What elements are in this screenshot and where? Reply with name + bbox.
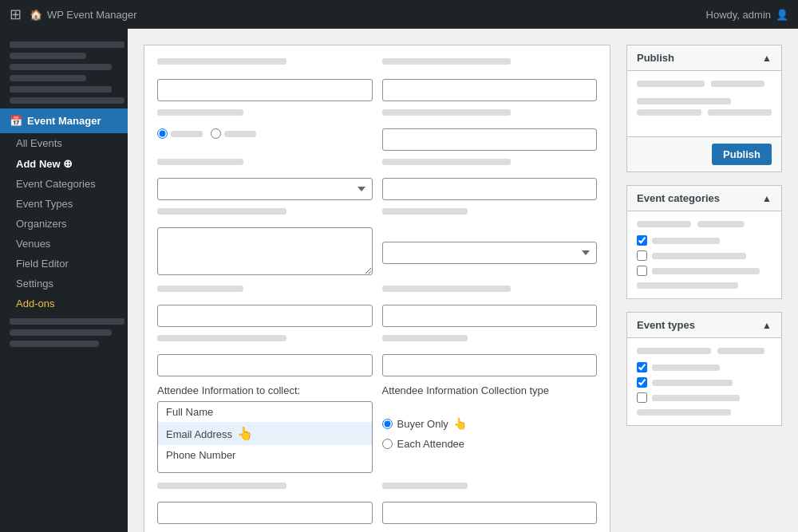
- category-checkbox-2[interactable]: [637, 250, 647, 261]
- wp-logo-icon[interactable]: ⊞: [10, 6, 22, 23]
- publish-panel-header[interactable]: Publish ▲: [627, 45, 781, 71]
- category-checkbox-3[interactable]: [637, 266, 647, 276]
- event-categories-header[interactable]: Event categories ▲: [627, 186, 781, 211]
- radio-option2[interactable]: [211, 128, 256, 139]
- radio-input-2[interactable]: [211, 128, 221, 139]
- publish-chevron-icon: ▲: [762, 53, 772, 64]
- collection-buyer-only[interactable]: Buyer Only 👆: [382, 417, 598, 430]
- sidebar-skeleton-2: [10, 53, 86, 59]
- types-bottom-skeleton: [637, 409, 731, 416]
- publish-skeleton: [708, 109, 772, 116]
- app-layout: 📅 Event Manager All Events Add New ⊕ Eve…: [0, 29, 798, 532]
- type-checkbox-1[interactable]: [637, 362, 647, 372]
- form-select-2[interactable]: [382, 242, 598, 264]
- type-item-3: [637, 392, 772, 403]
- form-input-1[interactable]: [157, 79, 373, 101]
- collection-radio-buyer[interactable]: [382, 419, 393, 429]
- sidebar-skeleton-1: [10, 41, 124, 48]
- add-new-icon: ⊕: [63, 157, 73, 170]
- publish-button[interactable]: Publish: [712, 144, 772, 165]
- event-manager-section[interactable]: 📅 Event Manager: [0, 108, 128, 133]
- editor-main: Attendee Information to collect: Full Na…: [144, 45, 610, 532]
- main-content: Attendee Information to collect: Full Na…: [128, 29, 798, 532]
- publish-skeleton-row-1: [637, 81, 772, 92]
- skeleton-row-3: [157, 159, 597, 170]
- form-row-inputs-bottom: [157, 502, 597, 524]
- types-checkbox-group: [637, 362, 772, 403]
- listbox-item-email[interactable]: Email Address 👆: [158, 422, 372, 445]
- event-types-header[interactable]: Event types ▲: [627, 313, 781, 338]
- listbox-item-fullname[interactable]: Full Name: [158, 402, 372, 422]
- form-textarea-1[interactable]: [157, 227, 373, 275]
- radio-input-1[interactable]: [157, 128, 168, 139]
- form-input-7[interactable]: [157, 354, 373, 376]
- form-row-inputs-2: [157, 305, 597, 327]
- category-item-1: [637, 235, 772, 246]
- sidebar-item-organizers[interactable]: Organizers: [0, 214, 128, 234]
- sidebar-item-all-events[interactable]: All Events: [0, 133, 128, 153]
- addon-skeleton-2: [10, 329, 112, 336]
- sidebar-item-add-ons[interactable]: Add-ons: [0, 294, 128, 313]
- skeleton: [157, 109, 243, 116]
- form-row-inputs-1: [157, 79, 597, 101]
- type-skeleton-2: [717, 348, 764, 354]
- collection-type-label: Attendee Information Collection type: [382, 384, 598, 396]
- sidebar-item-add-new[interactable]: Add New ⊕: [0, 153, 128, 174]
- site-name: WP Event Manager: [47, 9, 136, 21]
- listbox-item-phone[interactable]: Phone Number: [158, 445, 372, 465]
- sidebar-item-venues[interactable]: Venues: [0, 234, 128, 254]
- type-label-3: [652, 395, 740, 401]
- sidebar-item-field-editor[interactable]: Field Editor: [0, 254, 128, 274]
- skeleton: [157, 159, 243, 165]
- radio-option1[interactable]: [157, 128, 203, 139]
- form-input-3[interactable]: [382, 128, 598, 151]
- topbar-left: ⊞ 🏠 WP Event Manager: [10, 6, 136, 23]
- category-checkbox-1[interactable]: [637, 235, 647, 246]
- skeleton: [157, 483, 286, 489]
- type-label-1: [652, 365, 720, 371]
- home-icon: 🏠: [30, 9, 42, 21]
- top-skeletons-row1: [157, 58, 597, 69]
- form-input-bottom-2[interactable]: [382, 502, 598, 524]
- skeleton: [382, 159, 512, 165]
- addon-skeleton-3: [10, 341, 99, 347]
- skeleton-row-2: [157, 109, 597, 120]
- site-link[interactable]: 🏠 WP Event Manager: [30, 9, 136, 21]
- skeleton: [157, 286, 243, 292]
- skeleton: [382, 109, 512, 116]
- sidebar-item-event-categories[interactable]: Event Categories: [0, 174, 128, 194]
- type-checkbox-3[interactable]: [637, 392, 647, 403]
- type-checkbox-2[interactable]: [637, 377, 647, 388]
- form-input-bottom-1[interactable]: [157, 502, 373, 524]
- attendee-listbox[interactable]: Full Name Email Address 👆 Phone Number: [157, 401, 373, 473]
- sidebar-item-settings[interactable]: Settings: [0, 274, 128, 294]
- skeleton: [157, 208, 286, 215]
- form-input-6[interactable]: [382, 305, 598, 327]
- form-input-4[interactable]: [382, 178, 598, 200]
- addon-skeleton-1: [10, 318, 124, 325]
- collection-radio-each[interactable]: [382, 439, 393, 449]
- skeleton: [157, 58, 286, 65]
- calendar-icon: 📅: [10, 115, 22, 127]
- event-categories-title: Event categories: [637, 192, 720, 204]
- type-item-1: [637, 362, 772, 372]
- user-avatar-icon: 👤: [776, 9, 788, 21]
- event-types-body: [627, 338, 781, 425]
- skeleton: [382, 286, 512, 292]
- category-label-2: [652, 253, 746, 259]
- form-input-5[interactable]: [157, 305, 373, 327]
- topbar: ⊞ 🏠 WP Event Manager Howdy, admin 👤: [0, 0, 798, 29]
- publish-skeleton-row-2: [637, 109, 772, 120]
- event-types-title: Event types: [637, 319, 695, 331]
- type-skeleton-1: [637, 348, 711, 354]
- form-input-8[interactable]: [382, 354, 598, 376]
- form-input-2[interactable]: [382, 79, 598, 101]
- collection-each-attendee[interactable]: Each Attendee: [382, 438, 598, 450]
- collection-type-options: Buyer Only 👆 Each Attendee: [382, 401, 598, 450]
- form-select-1[interactable]: [157, 178, 373, 200]
- event-categories-chevron-icon: ▲: [762, 193, 772, 204]
- attendee-collect-label: Attendee Information to collect:: [157, 384, 373, 396]
- sidebar-item-event-types[interactable]: Event Types: [0, 194, 128, 214]
- event-types-panel: Event types ▲: [626, 312, 782, 426]
- type-label-2: [652, 380, 733, 386]
